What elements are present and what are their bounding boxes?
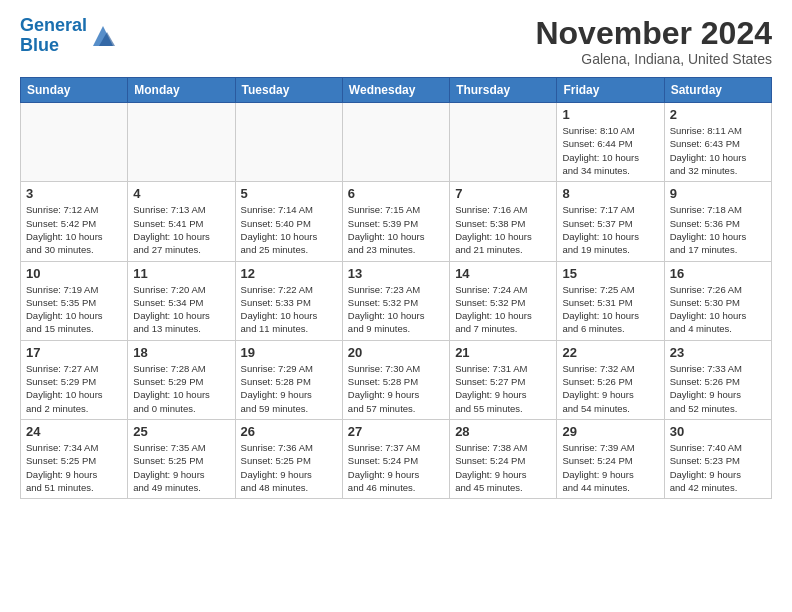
- calendar-cell: 1Sunrise: 8:10 AM Sunset: 6:44 PM Daylig…: [557, 103, 664, 182]
- calendar-cell: 14Sunrise: 7:24 AM Sunset: 5:32 PM Dayli…: [450, 261, 557, 340]
- day-number: 20: [348, 345, 444, 360]
- calendar-cell: 2Sunrise: 8:11 AM Sunset: 6:43 PM Daylig…: [664, 103, 771, 182]
- calendar-cell: [235, 103, 342, 182]
- calendar-cell: [450, 103, 557, 182]
- day-number: 28: [455, 424, 551, 439]
- day-number: 19: [241, 345, 337, 360]
- day-number: 29: [562, 424, 658, 439]
- day-number: 5: [241, 186, 337, 201]
- day-info: Sunrise: 7:33 AM Sunset: 5:26 PM Dayligh…: [670, 362, 766, 415]
- calendar-cell: 15Sunrise: 7:25 AM Sunset: 5:31 PM Dayli…: [557, 261, 664, 340]
- calendar-cell: 5Sunrise: 7:14 AM Sunset: 5:40 PM Daylig…: [235, 182, 342, 261]
- calendar-cell: [128, 103, 235, 182]
- calendar-cell: 29Sunrise: 7:39 AM Sunset: 5:24 PM Dayli…: [557, 419, 664, 498]
- day-number: 8: [562, 186, 658, 201]
- day-info: Sunrise: 7:20 AM Sunset: 5:34 PM Dayligh…: [133, 283, 229, 336]
- day-info: Sunrise: 8:11 AM Sunset: 6:43 PM Dayligh…: [670, 124, 766, 177]
- day-number: 17: [26, 345, 122, 360]
- calendar-week-1: 1Sunrise: 8:10 AM Sunset: 6:44 PM Daylig…: [21, 103, 772, 182]
- day-info: Sunrise: 7:13 AM Sunset: 5:41 PM Dayligh…: [133, 203, 229, 256]
- logo-blue: Blue: [20, 35, 59, 55]
- calendar-cell: 6Sunrise: 7:15 AM Sunset: 5:39 PM Daylig…: [342, 182, 449, 261]
- calendar-header-row: SundayMondayTuesdayWednesdayThursdayFrid…: [21, 78, 772, 103]
- day-info: Sunrise: 8:10 AM Sunset: 6:44 PM Dayligh…: [562, 124, 658, 177]
- calendar-cell: 4Sunrise: 7:13 AM Sunset: 5:41 PM Daylig…: [128, 182, 235, 261]
- day-info: Sunrise: 7:24 AM Sunset: 5:32 PM Dayligh…: [455, 283, 551, 336]
- day-number: 2: [670, 107, 766, 122]
- day-info: Sunrise: 7:35 AM Sunset: 5:25 PM Dayligh…: [133, 441, 229, 494]
- day-number: 30: [670, 424, 766, 439]
- weekday-header-sunday: Sunday: [21, 78, 128, 103]
- day-info: Sunrise: 7:40 AM Sunset: 5:23 PM Dayligh…: [670, 441, 766, 494]
- day-number: 14: [455, 266, 551, 281]
- day-number: 9: [670, 186, 766, 201]
- day-number: 24: [26, 424, 122, 439]
- calendar-week-3: 10Sunrise: 7:19 AM Sunset: 5:35 PM Dayli…: [21, 261, 772, 340]
- day-info: Sunrise: 7:27 AM Sunset: 5:29 PM Dayligh…: [26, 362, 122, 415]
- day-number: 21: [455, 345, 551, 360]
- calendar-cell: 26Sunrise: 7:36 AM Sunset: 5:25 PM Dayli…: [235, 419, 342, 498]
- day-number: 11: [133, 266, 229, 281]
- page: General Blue November 2024 Galena, India…: [0, 0, 792, 515]
- calendar-cell: 17Sunrise: 7:27 AM Sunset: 5:29 PM Dayli…: [21, 340, 128, 419]
- day-info: Sunrise: 7:30 AM Sunset: 5:28 PM Dayligh…: [348, 362, 444, 415]
- day-number: 26: [241, 424, 337, 439]
- day-info: Sunrise: 7:28 AM Sunset: 5:29 PM Dayligh…: [133, 362, 229, 415]
- month-title: November 2024: [535, 16, 772, 51]
- calendar-cell: 20Sunrise: 7:30 AM Sunset: 5:28 PM Dayli…: [342, 340, 449, 419]
- calendar-cell: 25Sunrise: 7:35 AM Sunset: 5:25 PM Dayli…: [128, 419, 235, 498]
- day-number: 25: [133, 424, 229, 439]
- day-info: Sunrise: 7:23 AM Sunset: 5:32 PM Dayligh…: [348, 283, 444, 336]
- day-number: 7: [455, 186, 551, 201]
- calendar-cell: 27Sunrise: 7:37 AM Sunset: 5:24 PM Dayli…: [342, 419, 449, 498]
- calendar-cell: 13Sunrise: 7:23 AM Sunset: 5:32 PM Dayli…: [342, 261, 449, 340]
- day-info: Sunrise: 7:15 AM Sunset: 5:39 PM Dayligh…: [348, 203, 444, 256]
- calendar-cell: 7Sunrise: 7:16 AM Sunset: 5:38 PM Daylig…: [450, 182, 557, 261]
- logo-icon: [89, 22, 117, 50]
- logo-text: General Blue: [20, 16, 87, 56]
- logo: General Blue: [20, 16, 117, 56]
- calendar-cell: [21, 103, 128, 182]
- day-number: 12: [241, 266, 337, 281]
- day-number: 10: [26, 266, 122, 281]
- weekday-header-wednesday: Wednesday: [342, 78, 449, 103]
- day-number: 3: [26, 186, 122, 201]
- day-info: Sunrise: 7:17 AM Sunset: 5:37 PM Dayligh…: [562, 203, 658, 256]
- calendar-cell: 8Sunrise: 7:17 AM Sunset: 5:37 PM Daylig…: [557, 182, 664, 261]
- weekday-header-thursday: Thursday: [450, 78, 557, 103]
- day-info: Sunrise: 7:26 AM Sunset: 5:30 PM Dayligh…: [670, 283, 766, 336]
- day-info: Sunrise: 7:39 AM Sunset: 5:24 PM Dayligh…: [562, 441, 658, 494]
- calendar-week-2: 3Sunrise: 7:12 AM Sunset: 5:42 PM Daylig…: [21, 182, 772, 261]
- day-number: 6: [348, 186, 444, 201]
- header: General Blue November 2024 Galena, India…: [20, 16, 772, 67]
- calendar-cell: 24Sunrise: 7:34 AM Sunset: 5:25 PM Dayli…: [21, 419, 128, 498]
- calendar-cell: [342, 103, 449, 182]
- weekday-header-friday: Friday: [557, 78, 664, 103]
- weekday-header-tuesday: Tuesday: [235, 78, 342, 103]
- calendar-cell: 30Sunrise: 7:40 AM Sunset: 5:23 PM Dayli…: [664, 419, 771, 498]
- day-info: Sunrise: 7:16 AM Sunset: 5:38 PM Dayligh…: [455, 203, 551, 256]
- weekday-header-monday: Monday: [128, 78, 235, 103]
- day-info: Sunrise: 7:25 AM Sunset: 5:31 PM Dayligh…: [562, 283, 658, 336]
- day-info: Sunrise: 7:32 AM Sunset: 5:26 PM Dayligh…: [562, 362, 658, 415]
- day-number: 23: [670, 345, 766, 360]
- calendar-cell: 16Sunrise: 7:26 AM Sunset: 5:30 PM Dayli…: [664, 261, 771, 340]
- day-info: Sunrise: 7:38 AM Sunset: 5:24 PM Dayligh…: [455, 441, 551, 494]
- calendar-table: SundayMondayTuesdayWednesdayThursdayFrid…: [20, 77, 772, 499]
- day-info: Sunrise: 7:19 AM Sunset: 5:35 PM Dayligh…: [26, 283, 122, 336]
- day-info: Sunrise: 7:31 AM Sunset: 5:27 PM Dayligh…: [455, 362, 551, 415]
- calendar-week-5: 24Sunrise: 7:34 AM Sunset: 5:25 PM Dayli…: [21, 419, 772, 498]
- calendar-cell: 11Sunrise: 7:20 AM Sunset: 5:34 PM Dayli…: [128, 261, 235, 340]
- day-info: Sunrise: 7:18 AM Sunset: 5:36 PM Dayligh…: [670, 203, 766, 256]
- title-block: November 2024 Galena, Indiana, United St…: [535, 16, 772, 67]
- calendar-cell: 19Sunrise: 7:29 AM Sunset: 5:28 PM Dayli…: [235, 340, 342, 419]
- day-info: Sunrise: 7:36 AM Sunset: 5:25 PM Dayligh…: [241, 441, 337, 494]
- weekday-header-saturday: Saturday: [664, 78, 771, 103]
- location: Galena, Indiana, United States: [535, 51, 772, 67]
- calendar-cell: 10Sunrise: 7:19 AM Sunset: 5:35 PM Dayli…: [21, 261, 128, 340]
- calendar-cell: 9Sunrise: 7:18 AM Sunset: 5:36 PM Daylig…: [664, 182, 771, 261]
- calendar-cell: 22Sunrise: 7:32 AM Sunset: 5:26 PM Dayli…: [557, 340, 664, 419]
- calendar-week-4: 17Sunrise: 7:27 AM Sunset: 5:29 PM Dayli…: [21, 340, 772, 419]
- day-number: 4: [133, 186, 229, 201]
- logo-general: General: [20, 15, 87, 35]
